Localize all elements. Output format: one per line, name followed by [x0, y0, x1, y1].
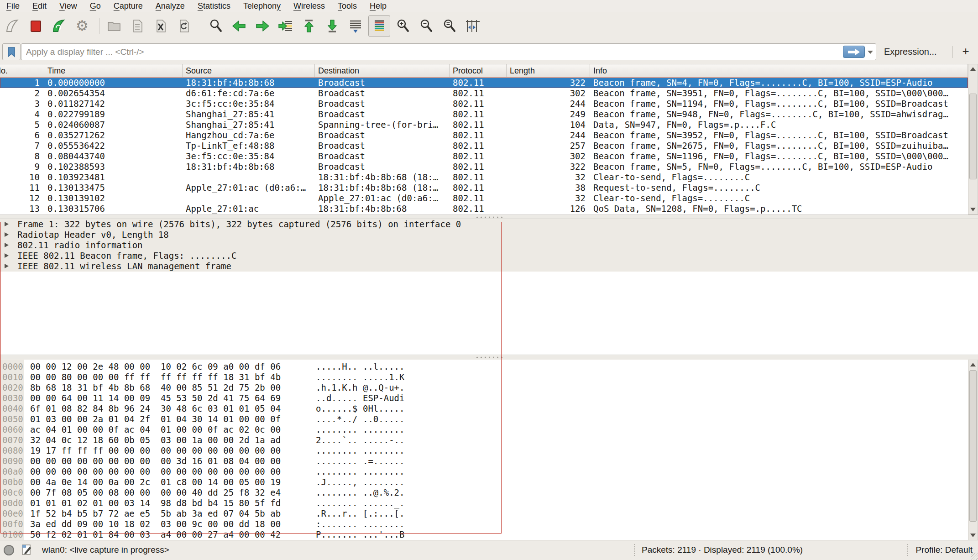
resize-columns-button[interactable] [462, 16, 483, 37]
display-filter-input[interactable] [21, 43, 876, 60]
reload-file-button[interactable] [173, 16, 194, 37]
hex-row-00f0[interactable]: 00f03a ed dd 09 00 10 18 02 03 00 9c 00 … [0, 519, 978, 529]
expander-icon[interactable] [5, 222, 9, 226]
menu-tools[interactable]: Tools [331, 1, 363, 11]
packet-row-13[interactable]: 130.130315706Apple_27:01:ac18:31:bf:4b:8… [0, 204, 968, 214]
detail-row[interactable]: IEEE 802.11 Beacon frame, Flags: .......… [0, 251, 978, 261]
expander-icon[interactable] [5, 232, 9, 237]
zoom-original-button[interactable] [439, 16, 460, 37]
expression-button[interactable]: Expression... [884, 43, 937, 60]
scroll-up-icon[interactable] [968, 360, 978, 369]
hex-row-0100[interactable]: 010050 f2 02 01 01 84 00 03 a4 00 00 27 … [0, 529, 978, 540]
start-capture-button[interactable] [2, 16, 23, 37]
add-filter-button[interactable]: + [957, 43, 975, 60]
packet-row-4[interactable]: 40.022799189Shanghai_27:85:41Broadcast80… [0, 109, 968, 120]
hex-ascii: .....H.. ..l..... [316, 361, 404, 372]
menu-statistics[interactable]: Statistics [191, 1, 237, 11]
hex-row-0010[interactable]: 001000 00 80 00 00 00 ff ff ff ff ff ff … [0, 372, 978, 382]
packet-row-8[interactable]: 80.0804437403e:f5:cc:0e:35:84Broadcast80… [0, 151, 968, 162]
menu-go[interactable]: Go [84, 1, 107, 11]
expander-icon[interactable] [5, 253, 9, 258]
detail-row[interactable]: IEEE 802.11 wireless LAN management fram… [0, 261, 978, 272]
scrollbar-thumb[interactable] [969, 370, 977, 522]
hex-row-00d0[interactable]: 00d001 01 01 02 01 00 03 14 98 d8 bd b4 … [0, 498, 978, 508]
hex-row-0080[interactable]: 008019 17 ff ff ff 00 00 00 00 00 00 00 … [0, 445, 978, 456]
stop-capture-button[interactable] [25, 16, 46, 37]
packet-row-9[interactable]: 90.10238859318:31:bf:4b:8b:68Broadcast80… [0, 162, 968, 172]
packet-row-5[interactable]: 50.024060087Shanghai_27:85:41Spanning-tr… [0, 120, 968, 130]
colorize-packets-button[interactable] [368, 15, 390, 37]
go-to-top-button[interactable] [298, 16, 319, 37]
menu-analyze[interactable]: Analyze [149, 1, 191, 11]
detail-row[interactable]: Radiotap Header v0, Length 18 [0, 230, 978, 240]
packet-row-11[interactable]: 110.130133475Apple_27:01:ac (d0:a6:…18:3… [0, 183, 968, 193]
go-to-bottom-button[interactable] [322, 16, 343, 37]
column-header-time[interactable]: Time [44, 64, 183, 77]
apply-filter-button[interactable] [843, 46, 865, 58]
column-header-length[interactable]: Length [507, 64, 590, 77]
filter-dropdown-caret-icon[interactable] [868, 51, 873, 54]
expert-info-icon[interactable] [4, 545, 14, 555]
column-header-protocol[interactable]: Protocol [450, 64, 507, 77]
cell-destination: Broadcast [315, 151, 450, 162]
zoom-in-button[interactable] [392, 16, 413, 37]
go-forward-button[interactable] [252, 16, 273, 37]
scroll-up-icon[interactable] [968, 64, 978, 73]
hex-row-0090[interactable]: 009000 00 00 00 00 00 00 00 00 3d 16 01 … [0, 456, 978, 466]
resize-grip[interactable] [971, 553, 978, 560]
detail-row[interactable]: 802.11 radio information [0, 240, 978, 251]
menu-wireless[interactable]: Wireless [287, 1, 331, 11]
close-file-button[interactable] [150, 16, 171, 37]
column-header-no[interactable]: No. [0, 64, 44, 77]
scrollbar-thumb[interactable] [969, 94, 977, 179]
save-file-button[interactable] [127, 16, 148, 37]
open-file-button[interactable] [104, 16, 125, 37]
packet-row-2[interactable]: 20.002654354d6:61:fe:cd:7a:6eBroadcast80… [0, 88, 968, 99]
go-to-packet-button[interactable] [275, 16, 296, 37]
packet-row-1[interactable]: 10.00000000018:31:bf:4b:8b:68Broadcast80… [0, 78, 968, 88]
packet-row-3[interactable]: 30.0118271423c:f5:cc:0e:35:84Broadcast80… [0, 99, 968, 109]
bytes-splitter[interactable] [0, 355, 978, 359]
menu-telephony[interactable]: Telephony [237, 1, 287, 11]
capture-options-button[interactable]: ⚙ [72, 16, 93, 37]
profile-selector[interactable]: Profile: Default [915, 540, 973, 560]
auto-scroll-button[interactable] [345, 16, 366, 37]
hex-row-0020[interactable]: 00208b 68 18 31 bf 4b 8b 68 40 00 85 51 … [0, 382, 978, 393]
hex-row-0030[interactable]: 003000 00 64 00 11 14 00 09 45 53 50 2d … [0, 393, 978, 403]
capture-comment-icon[interactable] [21, 544, 33, 559]
menu-help[interactable]: Help [363, 1, 393, 11]
column-header-source[interactable]: Source [183, 64, 315, 77]
hex-row-0050[interactable]: 005001 03 00 00 2a 01 04 2f 01 04 30 14 … [0, 414, 978, 424]
hex-row-0000[interactable]: 000000 00 12 00 2e 48 00 00 10 02 6c 09 … [0, 361, 978, 372]
hex-row-00b0[interactable]: 00b000 4a 0e 14 00 0a 00 2c 01 c8 00 14 … [0, 477, 978, 487]
menu-capture[interactable]: Capture [107, 1, 149, 11]
expander-icon[interactable] [5, 264, 9, 268]
menu-edit[interactable]: Edit [26, 1, 53, 11]
hex-row-00a0[interactable]: 00a000 00 00 00 00 00 00 00 00 00 00 00 … [0, 466, 978, 477]
hex-row-0070[interactable]: 007032 04 0c 12 18 60 0b 05 03 00 1a 00 … [0, 435, 978, 445]
menu-file[interactable]: File [0, 1, 26, 11]
scroll-down-icon[interactable] [968, 205, 978, 214]
column-header-destination[interactable]: Destination [315, 64, 450, 77]
expander-icon[interactable] [5, 243, 9, 247]
hex-row-0040[interactable]: 00406f 01 08 82 84 8b 96 24 30 48 6c 03 … [0, 403, 978, 414]
go-back-button[interactable] [229, 16, 250, 37]
column-header-info[interactable]: Info [590, 64, 968, 77]
filter-bookmark-button[interactable] [2, 43, 21, 60]
hex-row-00c0[interactable]: 00c000 7f 08 05 00 08 00 00 00 00 40 dd … [0, 487, 978, 498]
bytes-scrollbar[interactable] [968, 360, 978, 540]
details-splitter[interactable] [0, 215, 978, 219]
restart-capture-button[interactable] [48, 16, 69, 37]
find-packet-button[interactable] [205, 16, 226, 37]
menu-view[interactable]: View [53, 1, 84, 11]
packet-row-10[interactable]: 100.10392348118:31:bf:4b:8b:68 (18:…802.… [0, 172, 968, 183]
hex-row-0060[interactable]: 0060ac 04 01 00 00 0f ac 04 01 00 00 0f … [0, 424, 978, 435]
packet-row-12[interactable]: 120.130139102Apple_27:01:ac (d0:a6:…802.… [0, 193, 968, 204]
detail-row[interactable]: Frame 1: 322 bytes on wire (2576 bits), … [0, 219, 978, 230]
packet-row-7[interactable]: 70.055536422Tp-LinkT_ef:48:88Broadcast80… [0, 141, 968, 151]
packet-list-scrollbar[interactable] [968, 64, 978, 215]
hex-row-00e0[interactable]: 00e01f 52 b4 b5 b7 72 ae e5 5b ab 3a ed … [0, 508, 978, 519]
scroll-down-icon[interactable] [968, 531, 978, 540]
packet-row-6[interactable]: 60.035271262Hangzhou_cd:7a:6eBroadcast80… [0, 130, 968, 141]
zoom-out-button[interactable] [416, 16, 437, 37]
